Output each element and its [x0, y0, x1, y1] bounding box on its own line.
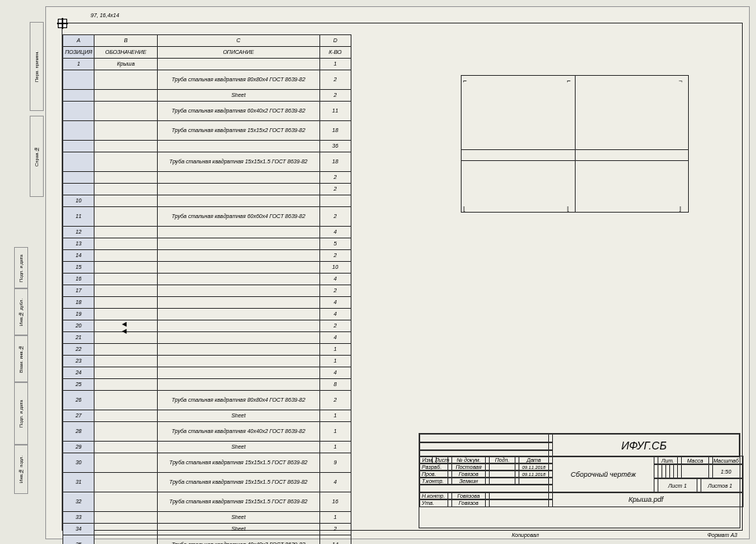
table-row[interactable]: 184 [63, 297, 351, 309]
cell-pos: 32 [63, 492, 94, 512]
table-row[interactable]: 2 [63, 172, 351, 184]
table-row[interactable]: 1510 [63, 262, 351, 274]
bom-table[interactable]: A B C D ПОЗИЦИЯ ОБОЗНАЧЕНИЕ ОПИСАНИЕ К-В… [62, 34, 351, 544]
table-row[interactable]: 27Sheet1 [63, 410, 351, 422]
table-row[interactable]: 214 [63, 332, 351, 344]
table-row[interactable]: 2 [63, 184, 351, 195]
cell-desc: Труба стальная квадратная 15х15х1.5 ГОСТ… [158, 473, 319, 492]
table-row[interactable]: 244 [63, 367, 351, 379]
cell-qty: 9 [319, 453, 351, 473]
cell-desig [94, 195, 158, 207]
table-row[interactable]: 28Труба стальная квадратная 40х40х2 ГОСТ… [63, 422, 351, 442]
cell-qty: 8 [319, 379, 351, 391]
cell-desc: Труба стальная квадратная 15х15х1.5 ГОСТ… [158, 152, 319, 172]
table-row[interactable]: 11Труба стальная квадратная 60х60х4 ГОСТ… [63, 207, 351, 227]
cell-desc [158, 379, 319, 391]
sidebox: Подп. и дата [14, 247, 28, 289]
cell-qty: 4 [319, 309, 351, 320]
cell-desig [94, 121, 158, 141]
table-row[interactable]: Sheet2 [63, 90, 351, 102]
cell-desig: Крыша [94, 59, 158, 70]
cell-qty: 2 [319, 250, 351, 262]
cell-pos [63, 90, 94, 102]
table-row[interactable]: 34Sheet2 [63, 524, 351, 535]
cell-pos: 29 [63, 442, 94, 453]
table-row[interactable]: 32Труба стальная квадратная 15х15х1.5 ГО… [63, 492, 351, 512]
cell-desc [158, 367, 319, 379]
cell-desc [158, 274, 319, 285]
table-row[interactable]: 30Труба стальная квадратная 15х15х1.5 ГО… [63, 453, 351, 473]
table-row[interactable]: Труба стальная квадратная 15х15х2 ГОСТ 8… [63, 121, 351, 141]
table-row[interactable]: 221 [63, 344, 351, 356]
cell-qty: 2 [319, 207, 351, 227]
table-row[interactable]: 258 [63, 379, 351, 391]
table-row[interactable]: Труба стальная квадратная 80х80х4 ГОСТ 8… [63, 70, 351, 90]
table-row[interactable]: 35Труба стальная квадратная 40х40х2 ГОСТ… [63, 535, 351, 545]
cell-pos: 27 [63, 410, 94, 422]
table-row[interactable]: 10 [63, 195, 351, 207]
hdr-description: ОПИСАНИЕ [158, 47, 319, 59]
tb-list1: Лист 1 [654, 478, 701, 493]
cell-pos: 30 [63, 453, 94, 473]
kopiroval-label: Копировал [512, 532, 539, 538]
cell-pos: 26 [63, 391, 94, 410]
table-row[interactable]: 31Труба стальная квадратная 15х15х1.5 ГО… [63, 473, 351, 492]
cell-qty: 2 [319, 285, 351, 297]
cell-pos [63, 172, 94, 184]
cell-qty [319, 195, 351, 207]
cell-desig [94, 238, 158, 250]
cell-desig [94, 422, 158, 442]
table-row[interactable]: Труба стальная квадратная 15х15х1.5 ГОСТ… [63, 152, 351, 172]
cell-pos: 28 [63, 422, 94, 442]
sidebox: Взам. инв.№ [14, 335, 28, 383]
cell-pos [63, 121, 94, 141]
cell-desig [94, 152, 158, 172]
cell-qty: 16 [319, 492, 351, 512]
dimension-label: 97, 16,4x14 [91, 13, 119, 18]
cell-desc [158, 184, 319, 195]
cell-qty: 11 [319, 102, 351, 121]
drawing-sheet[interactable]: 97, 16,4x14 A B C D ПОЗИЦИЯ ОБОЗНАЧЕНИЕ … [45, 6, 750, 539]
table-row[interactable]: 194 [63, 309, 351, 320]
table-row[interactable]: 202 [63, 320, 351, 332]
tb-type: Сборочный чертёж [548, 456, 658, 493]
cell-pos: 34 [63, 524, 94, 535]
tb-scale: 1:50 [708, 463, 744, 479]
table-row[interactable]: 135 [63, 238, 351, 250]
cell-desig [94, 141, 158, 152]
cell-desc [158, 250, 319, 262]
table-row[interactable]: 142 [63, 250, 351, 262]
cell-qty: 2 [319, 524, 351, 535]
table-row[interactable]: 1Крыша1 [63, 59, 351, 70]
cell-pos: 12 [63, 227, 94, 238]
cell-qty: 1 [319, 442, 351, 453]
table-row[interactable]: 26Труба стальная квадратная 80х80х4 ГОСТ… [63, 391, 351, 410]
cell-desc: Sheet [158, 90, 319, 102]
cell-desig [94, 473, 158, 492]
row-markers: ◀◀ [122, 320, 127, 335]
cell-pos: 22 [63, 344, 94, 356]
cell-pos: 17 [63, 285, 94, 297]
table-row[interactable]: 164 [63, 274, 351, 285]
anchor-icon: ⌐ [567, 77, 575, 82]
table-row[interactable]: 29Sheet1 [63, 442, 351, 453]
table-row[interactable]: 124 [63, 227, 351, 238]
cell-pos: 23 [63, 356, 94, 367]
cell-desig [94, 453, 158, 473]
cell-pos: 1 [63, 59, 94, 70]
table-row[interactable]: Труба стальная квадратная 60х40х2 ГОСТ 8… [63, 102, 351, 121]
cell-qty: 1 [319, 356, 351, 367]
table-row[interactable]: 172 [63, 285, 351, 297]
cell-qty: 1 [319, 59, 351, 70]
side-ruler: Инв.№ подл. Подп. и дата Взам. инв.№ Инв… [14, 6, 44, 538]
anchor-icon: ⌊ [567, 206, 575, 210]
cell-desc [158, 59, 319, 70]
cell-desc [158, 297, 319, 309]
hdr-designation: ОБОЗНАЧЕНИЕ [94, 47, 158, 59]
move-handle-icon[interactable] [58, 19, 67, 28]
table-row[interactable]: 36 [63, 141, 351, 152]
cell-desc: Труба стальная квадратная 15х15х1.5 ГОСТ… [158, 453, 319, 473]
cell-pos: 21 [63, 332, 94, 344]
table-row[interactable]: 231 [63, 356, 351, 367]
table-row[interactable]: 33Sheet1 [63, 512, 351, 524]
